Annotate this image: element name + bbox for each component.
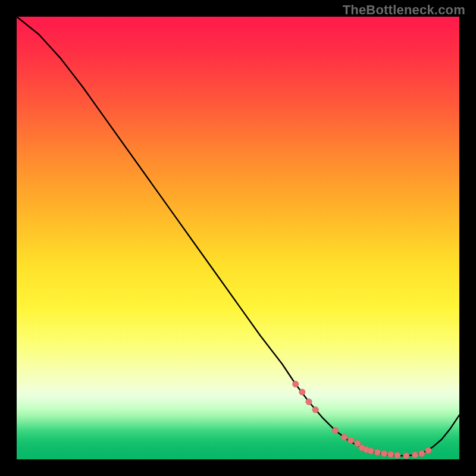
marker-dot xyxy=(306,399,312,405)
marker-dot xyxy=(387,452,393,458)
marker-dot xyxy=(293,381,299,387)
marker-dot xyxy=(341,434,347,440)
marker-dot xyxy=(299,389,305,395)
marker-dot xyxy=(312,406,318,412)
marker-dot xyxy=(368,448,374,454)
plot-area xyxy=(17,17,459,459)
marker-dot xyxy=(425,447,431,453)
marker-dot xyxy=(381,450,387,456)
marker-dot xyxy=(412,452,418,458)
bottleneck-curve xyxy=(17,17,459,456)
marker-group xyxy=(293,381,432,459)
chart-stage: TheBottleneck.com xyxy=(0,0,476,476)
marker-dot xyxy=(374,449,380,455)
watermark-text: TheBottleneck.com xyxy=(343,2,465,18)
curve-svg xyxy=(17,17,459,459)
marker-dot xyxy=(348,437,354,443)
marker-dot xyxy=(332,427,338,433)
marker-dot xyxy=(419,450,425,456)
marker-dot xyxy=(403,453,409,459)
marker-dot xyxy=(394,452,400,458)
